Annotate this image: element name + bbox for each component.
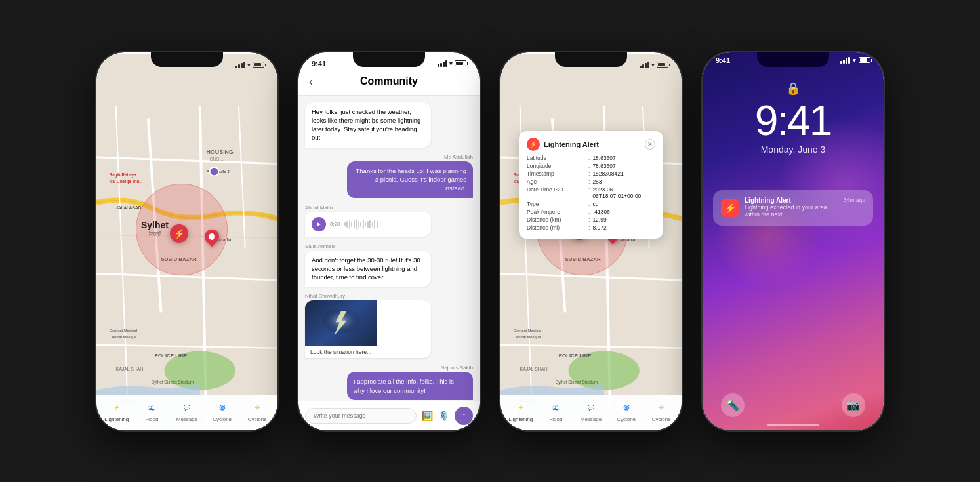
wifi-2: ▾ [449, 60, 453, 67]
nav-cyclone1-1[interactable]: 🌀 Cyclone [209, 401, 235, 422]
message-3: Abdul Matin ▶ 0:20 [305, 205, 473, 237]
phone-3-map-alert: ▾ [499, 51, 683, 432]
battery-2 [455, 60, 466, 66]
alert-row-4: Date Time ISO : 2023-06-06T18:07:01+00:0… [527, 186, 655, 199]
bottom-nav-3: ⚡ Lightening 🌊 Flood 💬 Message 🌀 Cyclone… [500, 395, 682, 430]
svg-text:KAJAL SHAH: KAJAL SHAH [116, 367, 144, 371]
svg-text:Central Mosque: Central Mosque [514, 334, 541, 338]
messages-area: Hey folks, just checked the weather, loo… [298, 96, 480, 401]
bottom-nav-1: ⚡ Lightening 🌊 Flood 💬 Message 🌀 Cyclone… [96, 395, 277, 430]
alert-header: ⚡ Lightening Alert ✕ [527, 138, 655, 151]
phone-4-lockscreen: 9:41 ▾ [701, 51, 885, 432]
svg-text:KAJAL SHAH: KAJAL SHAH [520, 367, 548, 371]
alert-row-2: Timestamp : 1528308421 [527, 171, 655, 177]
nav-lightning-3[interactable]: ⚡ Lightening [508, 401, 534, 422]
lightning-alert-popup: ⚡ Lightening Alert ✕ Latitude : 18.63607… [519, 131, 663, 239]
home-indicator-4 [767, 424, 819, 426]
status-icons-2: ▾ [438, 60, 466, 67]
nav-flood-3[interactable]: 🌊 Flood [542, 401, 569, 422]
lock-screen: 9:41 ▾ [703, 52, 884, 430]
lock-content: 🔒 9:41 Monday, June 3 [703, 68, 884, 155]
svg-text:HOUSI...: HOUSI... [207, 156, 225, 161]
nav-cyclone2-1[interactable]: 🌩️ Cyclone [244, 401, 270, 422]
notif-app-icon: ⚡ [721, 199, 739, 217]
nav-message-3[interactable]: 💬 Message [578, 401, 604, 422]
alert-row-3: Age : 263 [527, 178, 655, 185]
status-icons-1: ▾ [235, 62, 264, 68]
message-input-area: 🖼️ 🎙️ ↑ [298, 401, 480, 430]
alert-icon: ⚡ [527, 138, 540, 151]
wifi-4: ▾ [853, 57, 856, 64]
wifi-1: ▾ [247, 62, 251, 68]
svg-text:Osmani Medical: Osmani Medical [514, 329, 541, 332]
alert-row-1: Longitude : 78.63507 [527, 163, 655, 169]
message-4: Sajib Ahmed And don't forget the 30-30 r… [305, 243, 473, 287]
svg-text:JALALABAD: JALALABAD [116, 205, 142, 209]
lock-bottom: 🔦 📷 [703, 393, 884, 417]
lightning-pin-1: ⚡ [170, 224, 188, 243]
nav-cyclone1-3[interactable]: 🌀 Cyclone [613, 401, 640, 422]
message-5: Nihal Chowdhury [305, 293, 473, 358]
nav-flood-1[interactable]: 🌊 Flood [138, 401, 165, 422]
svg-text:Osmani Medical: Osmani Medical [110, 329, 137, 332]
svg-text:Central Mosque: Central Mosque [110, 334, 137, 338]
svg-text:HOUSING: HOUSING [207, 148, 234, 155]
svg-point-15 [210, 167, 219, 176]
svg-text:Ragib-Rabeya: Ragib-Rabeya [110, 172, 136, 178]
svg-text:Sylhet District Stadium: Sylhet District Stadium [152, 379, 194, 384]
alert-row-8: Distance (mi) : 8.072 [527, 224, 655, 231]
lock-time: 9:41 [755, 100, 832, 142]
mic-icon[interactable]: 🎙️ [438, 411, 449, 421]
lightning-image [305, 300, 377, 346]
flashlight-icon[interactable]: 🔦 [721, 393, 745, 417]
svg-text:Sylhet District Stadium: Sylhet District Stadium [556, 379, 598, 384]
nav-lightning-1[interactable]: ⚡ Lightening [104, 401, 130, 422]
battery-4 [859, 57, 870, 63]
notch-4 [757, 52, 829, 67]
notif-title: Lightning Alert [745, 197, 838, 204]
alert-row-5: Type : cg [527, 201, 655, 207]
lock-icon: 🔒 [786, 81, 800, 96]
attachment-icon[interactable]: 🖼️ [422, 411, 433, 421]
signal-3 [640, 62, 649, 68]
back-button[interactable]: ‹ [309, 75, 313, 89]
signal-4 [840, 57, 850, 64]
time-4: 9:41 [716, 56, 730, 64]
nav-cyclone2-3[interactable]: 🌩️ Cyclone [648, 401, 674, 422]
community-header: ‹ Community [298, 71, 480, 96]
community-screen: 9:41 ▾ [298, 52, 480, 430]
time-2: 9:41 [312, 60, 326, 68]
signal-1 [235, 62, 245, 68]
message-1: Hey folks, just checked the weather, loo… [305, 102, 473, 148]
alert-row-0: Latitude : 18.63607 [527, 155, 655, 161]
camera-icon[interactable]: 📷 [842, 393, 865, 417]
send-button[interactable]: ↑ [455, 407, 473, 425]
message-6: Najmus Sakib I appreciate all the info, … [305, 365, 473, 400]
battery-3 [657, 62, 668, 68]
notification-card: ⚡ Lightning Alert Lightning expected in … [713, 190, 873, 226]
svg-text:ical College and...: ical College and... [110, 179, 143, 184]
notif-time: 34m ago [844, 197, 865, 203]
nav-message-1[interactable]: 💬 Message [174, 401, 200, 422]
phone-2-community: 9:41 ▾ [297, 51, 481, 432]
alert-close-button[interactable]: ✕ [645, 139, 655, 150]
alert-row-7: Distance (km) : 12.99 [527, 216, 655, 223]
signal-2 [438, 60, 447, 67]
svg-text:POLICE LINE: POLICE LINE [559, 353, 591, 359]
lock-date: Monday, June 3 [761, 144, 826, 155]
waveform [344, 218, 378, 231]
phone-1-map: ▾ [95, 51, 279, 432]
notif-body: Lightning expected in your area within t… [745, 204, 838, 219]
status-bar-1: ▾ [96, 54, 277, 72]
play-button[interactable]: ▶ [312, 217, 326, 231]
alert-title: Lightening Alert [544, 140, 599, 148]
notch-2 [353, 52, 425, 67]
message-text-input[interactable] [305, 408, 417, 424]
map-view-3: HOUSING SUBID BAZAR POLICE LINE BHATALIA… [500, 52, 682, 430]
status-bar-3: ▾ [500, 54, 682, 72]
map-view-1: HOUSING HOUSI... SUBID BAZAR POLICE LINE… [96, 52, 277, 430]
alert-row-6: Peak Ampere : -41306 [527, 209, 655, 215]
wifi-3: ▾ [651, 62, 655, 68]
sylhet-label: Sylhet সিলেট [141, 220, 169, 238]
message-2: Md Abdullah Thanks for the heads up! I w… [305, 154, 473, 198]
